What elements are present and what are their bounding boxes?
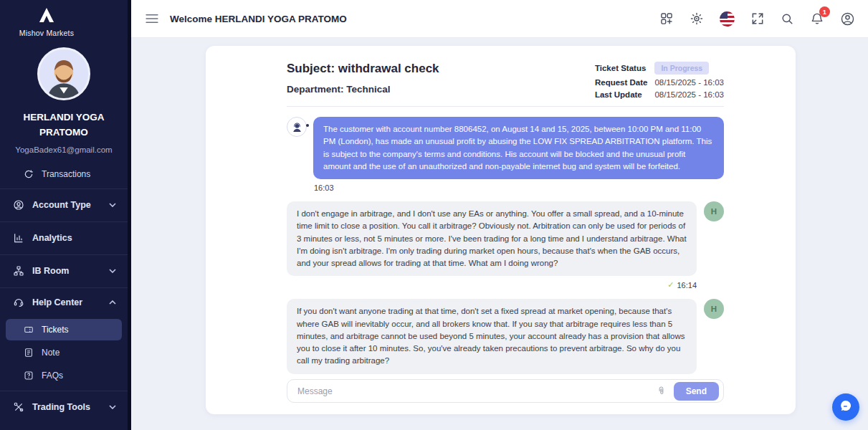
last-update-value: 08/15/2025 - 16:03 bbox=[654, 90, 724, 99]
message-user: If you don't want anyone trading at that… bbox=[287, 299, 724, 373]
sidebar-item-trading-tools[interactable]: Trading Tools bbox=[0, 391, 128, 424]
search-icon[interactable] bbox=[781, 12, 794, 26]
header-divider bbox=[287, 106, 724, 107]
transactions-icon bbox=[24, 169, 34, 179]
brightness-icon[interactable] bbox=[690, 11, 704, 26]
sidebar-item-label: Note bbox=[42, 348, 59, 358]
note-icon bbox=[24, 348, 34, 358]
ticket-card: Subject: withdrawal check Department: Te… bbox=[206, 46, 796, 414]
chevron-down-icon bbox=[109, 269, 116, 273]
sidebar-item-ib-room[interactable]: IB Room bbox=[0, 254, 128, 287]
status-badge: In Progress bbox=[654, 62, 709, 75]
message-user: I don't engage in arbitrage, and I don't… bbox=[287, 201, 724, 276]
sidebar-item-label: IB Room bbox=[32, 266, 69, 276]
sidebar-nav: Transactions Account Type Analytics IB R… bbox=[0, 161, 128, 424]
apps-grid-icon[interactable] bbox=[659, 11, 674, 26]
ticket-meta: Ticket Status In Progress Request Date 0… bbox=[595, 62, 724, 99]
check-icon: ✓ bbox=[667, 280, 674, 290]
message-composer: Send bbox=[287, 379, 724, 403]
mountain-logo-icon bbox=[36, 7, 57, 26]
user-initial-avatar: H bbox=[704, 201, 724, 221]
sidebar-item-help-center[interactable]: Help Center bbox=[0, 287, 128, 317]
fullscreen-icon[interactable] bbox=[750, 11, 765, 26]
notification-badge: 1 bbox=[819, 6, 830, 17]
faq-icon bbox=[24, 371, 34, 381]
user-initial-avatar: H bbox=[704, 299, 724, 319]
chat-widget-button[interactable] bbox=[832, 393, 859, 421]
ticket-subject: Subject: withdrawal check bbox=[287, 62, 439, 76]
ticket-icon bbox=[24, 325, 34, 335]
tools-icon bbox=[13, 401, 24, 413]
sidebar-item-label: Trading Tools bbox=[32, 402, 90, 412]
user-avatar bbox=[37, 47, 90, 100]
brand: Mishov Markets bbox=[0, 0, 79, 37]
timestamp: 16:03 bbox=[314, 183, 334, 192]
ticket-department: Department: Technical bbox=[287, 84, 439, 95]
ticket-status-label: Ticket Status bbox=[595, 64, 648, 72]
message-thread: The customer with account number 8806452… bbox=[287, 117, 724, 388]
sidebar: Mishov Markets HERLANDI YOGA PRATOMO Yog… bbox=[0, 0, 128, 430]
attachment-paperclip-icon[interactable] bbox=[656, 386, 667, 396]
sidebar-item-label: Analytics bbox=[32, 233, 72, 243]
top-bar: Welcome HERLANDI YOGA PRATOMO 1 bbox=[131, 0, 868, 37]
brand-name: Mishov Markets bbox=[19, 29, 74, 37]
message-agent: The customer with account number 8806452… bbox=[287, 117, 724, 179]
sidebar-user-email: YogaBadex61@gmail.com bbox=[0, 145, 128, 154]
us-flag-icon[interactable] bbox=[720, 11, 735, 27]
message-time: 16:03 bbox=[314, 183, 724, 192]
sidebar-item-label: FAQs bbox=[42, 371, 63, 381]
sidebar-item-label: Help Center bbox=[32, 297, 82, 307]
message-input[interactable] bbox=[297, 386, 656, 396]
sidebar-item-account-type[interactable]: Account Type bbox=[0, 188, 128, 221]
headset-icon bbox=[13, 297, 24, 308]
message-time: ✓ 16:14 bbox=[287, 280, 697, 290]
profile-icon[interactable] bbox=[840, 11, 855, 27]
send-button[interactable]: Send bbox=[674, 382, 719, 401]
chevron-down-icon bbox=[109, 203, 116, 207]
chat-bubble-icon bbox=[839, 398, 853, 416]
sidebar-item-label: Account Type bbox=[32, 200, 91, 210]
last-update-label: Last Update bbox=[595, 90, 648, 99]
sidebar-item-analytics[interactable]: Analytics bbox=[0, 221, 128, 254]
sidebar-item-transactions[interactable]: Transactions bbox=[6, 161, 122, 187]
welcome-text: Welcome HERLANDI YOGA PRATOMO bbox=[170, 14, 347, 24]
bell-icon[interactable]: 1 bbox=[810, 11, 824, 26]
timestamp: 16:14 bbox=[677, 281, 697, 290]
sidebar-item-label: Tickets bbox=[42, 325, 69, 335]
ticket-header: Subject: withdrawal check Department: Te… bbox=[287, 62, 724, 99]
chevron-down-icon bbox=[109, 405, 116, 409]
support-agent-avatar-icon bbox=[287, 117, 307, 137]
message-bubble: If you don't want anyone trading at that… bbox=[287, 299, 697, 373]
sidebar-user-name: HERLANDI YOGA PRATOMO bbox=[0, 110, 128, 140]
message-bubble: The customer with account number 8806452… bbox=[313, 117, 724, 179]
request-date-value: 08/15/2025 - 16:03 bbox=[654, 78, 724, 87]
account-icon bbox=[13, 199, 24, 211]
message-bubble: I don't engage in arbitrage, and I don't… bbox=[287, 201, 697, 276]
sidebar-item-label: Transactions bbox=[42, 169, 90, 179]
analytics-icon bbox=[13, 232, 24, 244]
sidebar-item-note[interactable]: Note bbox=[6, 342, 122, 363]
sidebar-item-tickets[interactable]: Tickets bbox=[6, 319, 122, 340]
hamburger-menu-icon[interactable] bbox=[143, 11, 161, 27]
ib-room-icon bbox=[13, 265, 24, 277]
topbar-icons: 1 bbox=[659, 11, 855, 27]
request-date-label: Request Date bbox=[595, 78, 648, 87]
chevron-up-icon bbox=[109, 300, 116, 305]
sidebar-scrollbar[interactable] bbox=[128, 0, 131, 430]
sidebar-item-faqs[interactable]: FAQs bbox=[6, 365, 122, 386]
